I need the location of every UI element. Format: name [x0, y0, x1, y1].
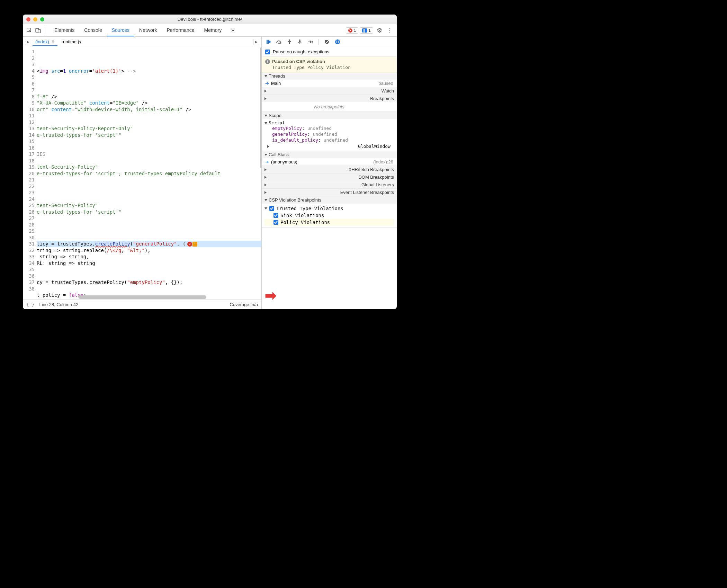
devtools-window: DevTools - tt-enforced.glitch.me/ Elemen… — [23, 15, 397, 309]
close-tab-icon[interactable]: ✕ — [51, 39, 55, 44]
scope-global-row[interactable]: GlobalWindow — [264, 143, 393, 150]
debugger-toolbar — [262, 37, 397, 47]
step-over-button[interactable] — [276, 38, 282, 45]
step-button[interactable] — [307, 38, 314, 45]
tab-network[interactable]: Network — [134, 25, 162, 36]
filetab-runtime[interactable]: runtime.js — [59, 38, 84, 46]
inspect-element-icon[interactable] — [26, 27, 33, 34]
paused-banner: iPaused on CSP violation Trusted Type Po… — [262, 57, 397, 72]
watch-section-header[interactable]: Watch — [262, 87, 397, 95]
snippets-toggle-icon[interactable]: ▶ — [253, 39, 259, 45]
pause-exceptions-button[interactable] — [334, 38, 341, 45]
tab-overflow[interactable]: » — [226, 25, 239, 36]
scope-var[interactable]: generalPolicy: undefined — [264, 131, 393, 137]
horizontal-scrollbar[interactable] — [78, 295, 206, 299]
tab-sources[interactable]: Sources — [107, 25, 134, 36]
pause-on-caught-label: Pause on caught exceptions — [273, 49, 329, 54]
window-controls — [26, 17, 44, 21]
threads-section-header[interactable]: Threads — [262, 72, 397, 80]
global-listeners-section-header[interactable]: Global Listeners — [262, 181, 397, 188]
svg-point-9 — [335, 39, 340, 44]
event-listener-section-header[interactable]: Event Listener Breakpoints — [262, 189, 397, 196]
scope-var[interactable]: emptyPolicy: undefined — [264, 125, 393, 131]
pause-on-caught-checkbox[interactable] — [265, 50, 270, 54]
current-thread-icon: ➔ — [265, 81, 269, 86]
current-frame-icon: ➔ — [265, 159, 269, 164]
scope-var[interactable]: is_default_policy: undefined — [264, 137, 393, 143]
panel-tabs: Elements Console Sources Network Perform… — [50, 25, 239, 36]
svg-point-4 — [278, 43, 280, 44]
svg-rect-2 — [38, 29, 41, 33]
code-editor[interactable]: 1234567891011121314151617181920212223242… — [23, 47, 261, 300]
csp-sink-checkbox[interactable] — [273, 213, 278, 218]
dom-section-header[interactable]: DOM Breakpoints — [262, 173, 397, 181]
xhr-section-header[interactable]: XHR/fetch Breakpoints — [262, 166, 397, 173]
csp-trusted-type-checkbox[interactable] — [269, 206, 274, 211]
svg-rect-10 — [336, 41, 337, 43]
csp-sink-row[interactable]: Sink Violations — [264, 212, 394, 219]
tab-console[interactable]: Console — [79, 25, 107, 36]
error-count-pill[interactable]: ✕1 — [346, 27, 359, 34]
more-menu-icon[interactable]: ⋮ — [386, 27, 394, 34]
step-into-button[interactable] — [286, 38, 293, 45]
csp-section-header[interactable]: CSP Violation Breakpoints — [262, 196, 397, 204]
csp-policy-row[interactable]: Policy Violations — [264, 219, 394, 226]
info-icon: i — [265, 59, 270, 64]
csp-trusted-type-row[interactable]: Trusted Type Violations — [264, 205, 394, 212]
filetab-index[interactable]: (index) ✕ — [33, 38, 57, 46]
no-breakpoints-label: No breakpoints — [262, 102, 397, 112]
line-gutter: 1234567891011121314151617181920212223242… — [23, 47, 37, 300]
sources-panel: ▶ (index) ✕ runtime.js ▶ 123456789101112… — [23, 37, 262, 309]
tab-performance[interactable]: Performance — [162, 25, 199, 36]
tab-elements[interactable]: Elements — [50, 25, 79, 36]
close-window-button[interactable] — [26, 17, 30, 21]
svg-point-7 — [312, 41, 313, 43]
code-content[interactable]: <img src=1 onerror='alert(1)'> -->f-8" /… — [37, 47, 261, 300]
svg-rect-3 — [267, 40, 268, 44]
file-tabs: ▶ (index) ✕ runtime.js ▶ — [23, 37, 261, 47]
settings-gear-icon[interactable]: ⚙ — [375, 27, 384, 34]
debugger-panel: Pause on caught exceptions iPaused on CS… — [262, 37, 397, 309]
minimize-window-button[interactable] — [33, 17, 37, 21]
cursor-position: Line 28, Column 42 — [39, 302, 78, 307]
window-title: DevTools - tt-enforced.glitch.me/ — [23, 17, 397, 22]
thread-main[interactable]: ➔ Main paused — [262, 80, 397, 87]
zoom-window-button[interactable] — [40, 17, 44, 21]
annotation-arrow: ➡ — [265, 287, 277, 303]
tab-memory[interactable]: Memory — [199, 25, 227, 36]
callstack-frame[interactable]: ➔ (anonymous) (index):28 — [262, 158, 397, 166]
csp-policy-checkbox[interactable] — [273, 220, 278, 225]
coverage-status: Coverage: n/a — [230, 302, 258, 307]
breakpoints-section-header[interactable]: Breakpoints — [262, 95, 397, 102]
navigator-toggle-icon[interactable]: ▶ — [25, 39, 31, 45]
message-count-pill[interactable]: ▌1 — [360, 27, 373, 34]
callstack-section-header[interactable]: Call Stack — [262, 151, 397, 158]
device-toggle-icon[interactable] — [35, 27, 42, 34]
vertical-scrollbar[interactable] — [260, 47, 261, 168]
titlebar: DevTools - tt-enforced.glitch.me/ — [23, 15, 397, 24]
step-out-button[interactable] — [296, 38, 303, 45]
svg-point-6 — [299, 39, 300, 41]
format-icon[interactable]: { } — [26, 302, 34, 307]
deactivate-breakpoints-button[interactable] — [324, 38, 331, 45]
pause-on-caught-row: Pause on caught exceptions — [262, 47, 397, 57]
resume-button[interactable] — [265, 38, 272, 45]
svg-point-5 — [289, 43, 290, 44]
main-toolbar: Elements Console Sources Network Perform… — [23, 24, 397, 37]
scope-section-header[interactable]: Scope — [262, 112, 397, 119]
svg-rect-11 — [338, 41, 339, 43]
editor-statusbar: { } Line 28, Column 42 Coverage: n/a — [23, 300, 261, 309]
